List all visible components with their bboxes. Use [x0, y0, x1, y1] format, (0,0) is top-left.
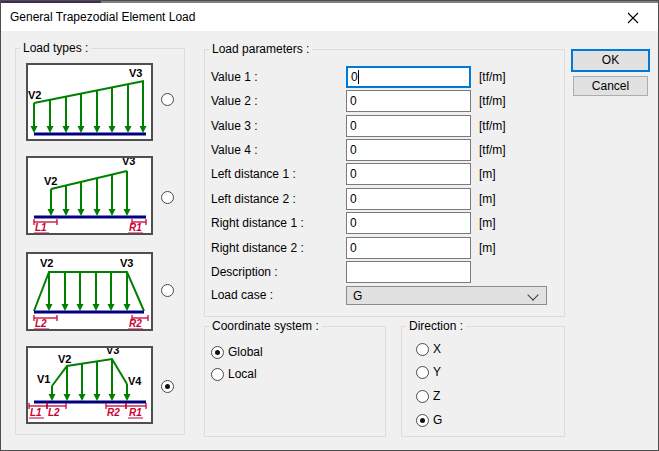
coordinate-system-group — [204, 326, 386, 437]
diagram-value-label: V3 — [129, 67, 142, 79]
right-distance-2-label: Right distance 2 : — [211, 237, 304, 259]
window-title: General Trapezodial Element Load — [10, 10, 195, 24]
coordinate-local-radio[interactable] — [211, 368, 224, 381]
load-type-radio-1[interactable] — [161, 93, 174, 106]
diagram-dim-label: L1 — [30, 407, 42, 418]
load-type-diagram-4[interactable]: V1V2V3V4L1L2R2R1 — [26, 346, 153, 424]
right-distance-2-unit: [m] — [479, 237, 496, 259]
close-button[interactable] — [624, 9, 642, 27]
diagram-value-label: V2 — [44, 175, 57, 187]
value-1-input[interactable] — [346, 66, 471, 88]
load-arrowhead — [108, 304, 115, 311]
text-caret — [358, 70, 359, 84]
load-type-radio-4[interactable] — [161, 380, 174, 393]
coordinate-global-radio[interactable] — [211, 346, 224, 359]
direction-y-label[interactable]: Y — [433, 365, 441, 379]
direction-x-radio[interactable] — [416, 343, 429, 356]
chevron-down-icon — [527, 289, 538, 300]
value-3-label: Value 3 : — [211, 115, 257, 137]
load-arrowhead — [47, 126, 54, 133]
load-arrowhead — [46, 304, 53, 311]
ok-button[interactable]: OK — [571, 49, 650, 72]
diagram-dim-label: L2 — [35, 318, 47, 329]
description-input[interactable] — [346, 261, 471, 283]
value-4-input[interactable] — [346, 139, 471, 161]
value-2-unit: [tf/m] — [479, 90, 506, 112]
load-arrowhead — [93, 304, 100, 311]
left-distance-1-label: Left distance 1 : — [211, 163, 296, 185]
right-distance-2-input[interactable] — [346, 237, 471, 259]
direction-x-label[interactable]: X — [433, 342, 441, 356]
value-3-input[interactable] — [346, 115, 471, 137]
value-4-unit: [tf/m] — [479, 139, 506, 161]
load-arrowhead — [124, 304, 131, 311]
diagram-value-label: V1 — [37, 373, 50, 385]
load-types-group-label: Load types : — [20, 41, 91, 55]
cancel-button[interactable]: Cancel — [573, 76, 648, 96]
title-bar[interactable]: General Trapezodial Element Load — [1, 3, 658, 31]
load-arrowhead — [77, 304, 84, 311]
load-arrowhead — [109, 126, 116, 133]
load-case-value: G — [353, 289, 362, 303]
load-arrowhead — [63, 126, 70, 133]
dialog-window: General Trapezodial Element Load Load ty… — [0, 0, 659, 451]
load-arrowhead — [48, 209, 55, 216]
value-4-label: Value 4 : — [211, 139, 257, 161]
value-1-label: Value 1 : — [211, 66, 257, 88]
load-case-dropdown[interactable]: G — [346, 286, 547, 305]
diagram-dim-label: L2 — [48, 407, 60, 418]
diagram-dim-label: R2 — [129, 318, 142, 329]
diagram-value-label: V3 — [120, 257, 133, 269]
diagram-value-label: V2 — [28, 89, 41, 101]
diagram-dim-label: R2 — [107, 407, 120, 418]
load-arrowhead — [109, 394, 116, 401]
direction-group-label: Direction : — [406, 319, 466, 333]
right-distance-1-unit: [m] — [479, 212, 496, 234]
direction-g-radio[interactable] — [416, 414, 429, 427]
load-arrowhead — [49, 394, 56, 401]
value-2-label: Value 2 : — [211, 90, 257, 112]
load-profile-line — [51, 171, 127, 189]
diagram-dim-label: L1 — [35, 222, 47, 233]
load-arrowhead — [140, 126, 147, 133]
left-distance-2-label: Left distance 2 : — [211, 188, 296, 210]
close-icon — [624, 9, 642, 27]
left-distance-1-input[interactable] — [346, 163, 471, 185]
load-type-radio-3[interactable] — [161, 284, 174, 297]
load-arrowhead — [94, 209, 101, 216]
diagram-value-label: V2 — [40, 257, 53, 269]
load-type-diagram-2[interactable]: V2V3L1R1 — [26, 156, 153, 235]
load-arrowhead — [124, 394, 131, 401]
load-arrowhead — [31, 126, 38, 133]
load-case-label: Load case : — [211, 284, 273, 306]
diagram-value-label: V3 — [122, 158, 135, 167]
load-arrowhead — [64, 394, 71, 401]
left-distance-2-unit: [m] — [479, 188, 496, 210]
diagram-dim-label: R1 — [129, 222, 142, 233]
load-type-diagram-3[interactable]: V2V3L2R2 — [26, 252, 153, 331]
direction-z-radio[interactable] — [416, 390, 429, 403]
coordinate-global-label[interactable]: Global — [228, 345, 263, 359]
top-border-accent — [1, 1, 101, 3]
load-arrowhead — [78, 126, 85, 133]
load-arrowhead — [94, 126, 101, 133]
right-distance-1-input[interactable] — [346, 212, 471, 234]
left-distance-2-input[interactable] — [346, 188, 471, 210]
direction-z-label[interactable]: Z — [433, 389, 440, 403]
value-1-unit: [tf/m] — [479, 66, 506, 88]
description-label: Description : — [211, 261, 278, 283]
diagram-value-label: V4 — [128, 375, 142, 387]
load-arrowhead — [78, 209, 85, 216]
coordinate-system-group-label: Coordinate system : — [209, 319, 322, 333]
left-distance-1-unit: [m] — [479, 163, 496, 185]
load-arrowhead — [62, 304, 69, 311]
load-arrowhead — [94, 394, 101, 401]
load-type-radio-2[interactable] — [161, 191, 174, 204]
direction-y-radio[interactable] — [416, 366, 429, 379]
load-type-diagram-1[interactable]: V2V3 — [26, 63, 153, 141]
load-arrowhead — [79, 394, 86, 401]
value-3-unit: [tf/m] — [479, 115, 506, 137]
value-2-input[interactable] — [346, 90, 471, 112]
direction-g-label[interactable]: G — [433, 413, 442, 427]
coordinate-local-label[interactable]: Local — [228, 367, 257, 381]
